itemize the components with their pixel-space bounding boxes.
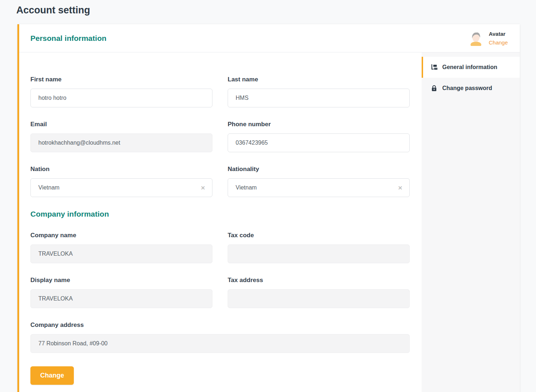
email-label: Email xyxy=(30,121,212,128)
field-nation: Nation ✕ xyxy=(30,166,212,197)
tax-address-label: Tax address xyxy=(228,277,410,284)
company-name-field xyxy=(30,244,212,263)
field-first-name: First name xyxy=(30,76,212,107)
company-address-field xyxy=(30,334,410,353)
tax-code-field xyxy=(228,244,410,263)
last-name-label: Last name xyxy=(228,76,410,83)
field-tax-code: Tax code xyxy=(228,232,410,263)
nationality-input[interactable] xyxy=(228,178,410,197)
page-title: Account setting xyxy=(0,0,536,24)
personal-information-heading: Personal information xyxy=(30,34,106,43)
sidebar-item-general-information[interactable]: General information xyxy=(422,57,520,78)
field-display-name: Display name xyxy=(30,277,212,308)
field-last-name: Last name xyxy=(228,76,410,107)
company-name-label: Company name xyxy=(30,232,212,239)
nationality-label: Nationality xyxy=(228,166,410,173)
settings-sidebar: General information Change password xyxy=(422,52,520,392)
clear-icon[interactable]: ✕ xyxy=(201,185,205,191)
change-button[interactable]: Change xyxy=(30,366,74,385)
clear-icon[interactable]: ✕ xyxy=(398,185,402,191)
tax-code-label: Tax code xyxy=(228,232,410,239)
field-phone-number: Phone number xyxy=(228,121,410,152)
avatar-label: Avatar xyxy=(489,31,505,37)
company-address-label: Company address xyxy=(30,321,410,329)
tax-address-field xyxy=(228,289,410,308)
last-name-input[interactable] xyxy=(228,89,410,107)
avatar-image xyxy=(468,31,484,46)
sidebar-item-label: General information xyxy=(442,64,497,71)
list-tree-icon xyxy=(431,64,438,71)
phone-number-input[interactable] xyxy=(228,133,410,152)
phone-number-label: Phone number xyxy=(228,121,410,128)
field-tax-address: Tax address xyxy=(228,277,410,308)
field-nationality: Nationality ✕ xyxy=(228,166,410,197)
first-name-label: First name xyxy=(30,76,212,83)
account-settings-card: Personal information Avatar Change First… xyxy=(17,24,520,392)
person-avatar-icon xyxy=(468,31,484,46)
email-field xyxy=(30,133,212,152)
nation-label: Nation xyxy=(30,166,212,173)
field-company-name: Company name xyxy=(30,232,212,263)
sidebar-item-change-password[interactable]: Change password xyxy=(422,78,520,99)
field-company-address: Company address xyxy=(30,321,410,353)
card-header: Personal information Avatar Change xyxy=(19,24,520,52)
avatar-block: Avatar Change xyxy=(468,30,508,47)
avatar-change-link[interactable]: Change xyxy=(489,38,508,47)
nation-input[interactable] xyxy=(30,178,212,197)
company-information-heading: Company information xyxy=(30,210,410,218)
form-area: First name Last name Email xyxy=(19,52,422,392)
sidebar-item-label: Change password xyxy=(442,85,492,91)
field-email: Email xyxy=(30,121,212,152)
lock-icon xyxy=(431,85,438,91)
display-name-field xyxy=(30,289,212,308)
display-name-label: Display name xyxy=(30,277,212,284)
first-name-input[interactable] xyxy=(30,89,212,107)
